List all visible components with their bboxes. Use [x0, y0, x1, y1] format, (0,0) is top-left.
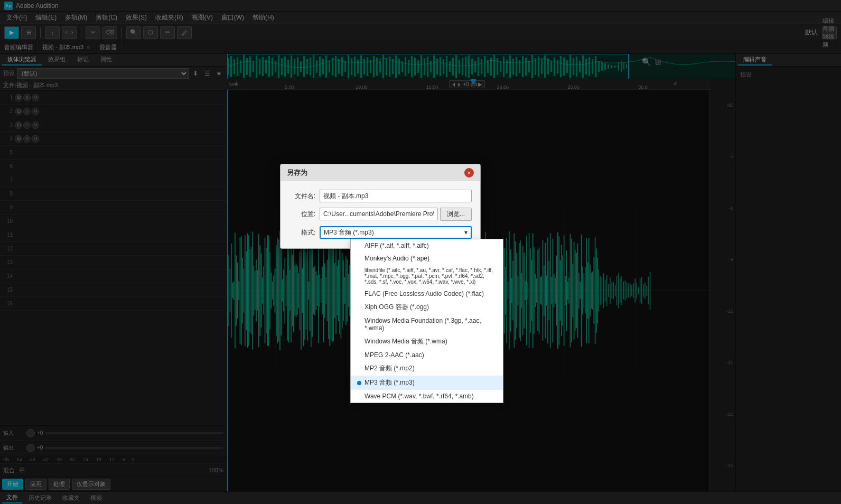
dialog-close-btn[interactable]: ×: [464, 168, 474, 178]
save-dialog: 另存为 × 文件名: 位置: 浏览... 格式:: [280, 164, 481, 249]
format-option-wma[interactable]: Windows Media 音频 (*.wma): [351, 334, 503, 349]
dialog-format-row: 格式: MP3 音频 (*.mp3) ▾ AIFF (*.aif, *.aiff…: [289, 226, 472, 239]
browse-btn[interactable]: 浏览...: [440, 208, 472, 221]
format-option-libsndfile[interactable]: libsndfile (*.aifc, *.aiff, *.au, *.avr,…: [351, 265, 503, 287]
format-option-ogg[interactable]: Xiph OGG 容器 (*.ogg): [351, 300, 503, 314]
format-option-aac[interactable]: MPEG 2-AAC (*.aac): [351, 349, 503, 361]
dialog-filename-row: 文件名:: [289, 190, 472, 202]
format-label: 格式:: [289, 228, 315, 237]
format-value: MP3 音频 (*.mp3): [324, 228, 464, 237]
format-select[interactable]: MP3 音频 (*.mp3) ▾: [320, 226, 472, 239]
dialog-location-row: 位置: 浏览...: [289, 208, 472, 221]
location-input[interactable]: [320, 208, 438, 220]
format-option-wmf[interactable]: Windows Media Foundation (*.3gp, *.aac, …: [351, 314, 503, 334]
format-option-flac[interactable]: FLAC (Free Lossless Audio Codec) (*.flac…: [351, 287, 503, 300]
filename-input[interactable]: [320, 190, 472, 202]
dialog-overlay: 另存为 × 文件名: 位置: 浏览... 格式:: [0, 0, 841, 504]
dialog-body: 文件名: 位置: 浏览... 格式: MP3 音频 (*.mp3) ▾: [281, 181, 480, 248]
format-option-wav[interactable]: Wave PCM (*.wav, *.bwf, *.rf64, *.amb): [351, 390, 503, 403]
format-option-mp3[interactable]: MP3 音频 (*.mp3): [351, 376, 503, 390]
format-option-mp2[interactable]: MP2 音频 (*.mp2): [351, 361, 503, 376]
format-dropdown: AIFF (*.aif, *.aiff, *.aifc) Monkey's Au…: [350, 239, 503, 403]
location-label: 位置:: [289, 210, 315, 219]
format-option-monkey[interactable]: Monkey's Audio (*.ape): [351, 252, 503, 265]
dialog-titlebar: 另存为 ×: [281, 164, 480, 181]
filename-label: 文件名:: [289, 192, 315, 201]
dialog-title: 另存为: [287, 168, 464, 178]
format-option-aiff[interactable]: AIFF (*.aif, *.aiff, *.aifc): [351, 239, 503, 252]
